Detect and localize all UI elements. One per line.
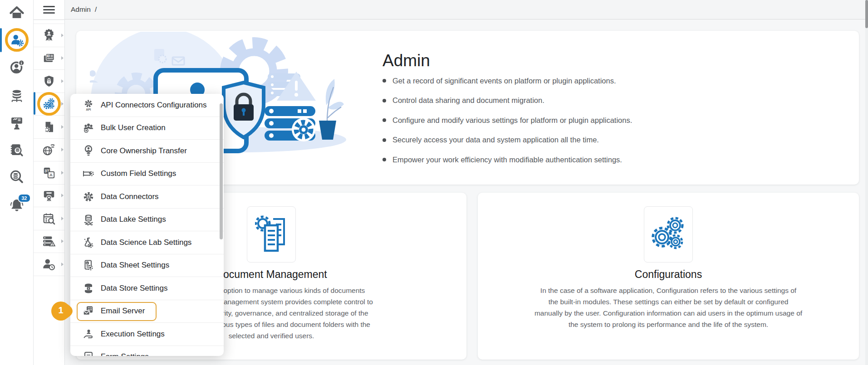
data-science-flask-icon: [83, 237, 94, 248]
sidebar-item-user-session[interactable]: [34, 253, 64, 276]
menu-item-label: Data Science Lab Settings: [101, 238, 191, 247]
data-connector-gear-icon: [83, 191, 94, 203]
menu-item-custom-field-settings[interactable]: Custom Field Settings: [70, 163, 224, 186]
bullet-dot-icon: [383, 138, 386, 142]
submenu-corner-mark: [61, 56, 64, 60]
menu-item-label: Data Store Settings: [101, 284, 167, 293]
admin-feature-list: Get a record of significant events on pl…: [383, 76, 632, 175]
sidebar-item-certificate[interactable]: [34, 185, 64, 208]
home-icon: [9, 5, 25, 20]
primary-sidebar: 32: [0, 0, 33, 365]
sidebar-item-audit-log[interactable]: [0, 137, 33, 163]
menu-item-execution-settings[interactable]: Execution Settings: [70, 323, 224, 346]
menu-item-label: Data Connectors: [101, 192, 159, 201]
submenu-corner-mark: [61, 239, 64, 243]
admin-gears-icon: [43, 97, 55, 110]
data-search-icon: [9, 169, 25, 185]
page-scrollbar[interactable]: [865, 0, 868, 365]
menu-scrollbar-thumb[interactable]: [220, 103, 223, 239]
list-item: Control data sharing and document migrat…: [383, 96, 632, 106]
active-indicator: [34, 92, 35, 115]
language-translation-icon: 3TA: [42, 166, 56, 180]
topbar: Admin /: [65, 0, 868, 19]
audit-document-search-icon: [9, 142, 25, 158]
svg-text:API: API: [86, 107, 91, 111]
file-settings-icon: [42, 120, 56, 134]
sidebar-item-translation[interactable]: 3TA: [34, 161, 64, 185]
submenu-corner-mark: [61, 79, 64, 83]
card-title: Configurations: [478, 268, 859, 281]
submenu-corner-mark: [61, 217, 64, 220]
sidebar-item-admin-settings[interactable]: [34, 93, 64, 116]
sidebar-item-billing[interactable]: $: [34, 47, 64, 70]
data-sheet-icon: [83, 259, 94, 271]
sidebar-item-database-network[interactable]: [0, 83, 33, 109]
page-scrollbar-thumb[interactable]: [865, 0, 868, 28]
breadcrumb[interactable]: Admin: [71, 5, 91, 14]
sidebar-item-data-search[interactable]: [0, 164, 33, 190]
sidebar-item-security[interactable]: [34, 70, 64, 93]
data-store-lock-icon: [83, 282, 94, 294]
billing-invoice-icon: $: [42, 51, 56, 65]
submenu-corner-mark: [61, 34, 64, 37]
sidebar-item-notifications[interactable]: 32: [0, 192, 33, 218]
menu-item-label: Bulk User Creation: [101, 123, 166, 132]
user-info-icon: [9, 59, 25, 75]
sidebar-item-system-alert[interactable]: [34, 230, 64, 253]
submenu-corner-mark: [61, 263, 64, 266]
card-description: In the case of a software application, C…: [478, 285, 859, 330]
sidebar-item-user-admin[interactable]: [0, 27, 33, 53]
sidebar-item-certification[interactable]: [34, 24, 64, 47]
sidebar-item-file-settings[interactable]: [34, 116, 64, 139]
list-item: Configure and modify various settings fo…: [383, 115, 632, 125]
submenu-corner-mark: [61, 171, 64, 175]
execution-hand-icon: [83, 328, 94, 340]
sidebar-item-training[interactable]: [0, 111, 33, 136]
menu-item-email-server[interactable]: Email Server: [70, 300, 224, 323]
list-item: Securely access your data and system app…: [383, 135, 632, 145]
configurations-card[interactable]: Configurations In the case of a software…: [478, 193, 859, 360]
menu-item-label: Data Sheet Settings: [101, 261, 169, 270]
notification-count-badge: 32: [18, 194, 30, 203]
menu-item-label: Data Lake Settings: [101, 215, 166, 224]
security-shield-icon: [42, 74, 56, 88]
bullet-dot-icon: [383, 99, 386, 102]
database-network-icon: [9, 88, 25, 104]
svg-text:$: $: [48, 55, 49, 58]
step-1-pointer-badge: 1: [51, 301, 78, 321]
breadcrumb-separator: /: [95, 5, 97, 14]
menu-item-label: Execution Settings: [101, 330, 165, 339]
bulk-users-icon: [83, 122, 94, 134]
user-session-clock-icon: [42, 257, 56, 272]
bullet-dot-icon: [383, 79, 386, 83]
certificate-icon: [42, 189, 56, 202]
user-admin-settings-icon: [10, 33, 24, 47]
menu-item-label: Custom Field Settings: [101, 169, 176, 178]
menu-item-data-sheet-settings[interactable]: Data Sheet Settings: [70, 254, 224, 277]
email-server-highlight-ring: [77, 302, 157, 321]
menu-item-data-science-lab-settings[interactable]: Data Science Lab Settings: [70, 231, 224, 254]
menu-item-core-ownership-transfer[interactable]: Core Ownership Transfer: [70, 140, 224, 163]
document-management-icon: [247, 206, 296, 263]
menu-item-data-store-settings[interactable]: Data Store Settings: [70, 277, 224, 300]
menu-item-data-connectors[interactable]: Data Connectors: [70, 185, 224, 209]
hamburger-menu-button[interactable]: [34, 0, 64, 20]
sidebar-item-data-migration[interactable]: [34, 139, 64, 162]
active-indicator: [0, 28, 2, 52]
sidebar-item-schedule-search[interactable]: [34, 207, 64, 230]
bullet-dot-icon: [383, 158, 386, 161]
active-highlight-ring: [5, 28, 29, 52]
menu-item-api-connectors[interactable]: API API Connectors Configurations: [70, 94, 224, 117]
form-settings-icon: [83, 351, 94, 356]
system-alert-icon: [42, 234, 56, 248]
menu-item-form-settings[interactable]: Form Settings: [70, 346, 224, 356]
menu-item-data-lake-settings[interactable]: Data Lake Settings: [70, 209, 224, 232]
notification-bell-icon: 32: [9, 197, 25, 213]
configurations-gears-icon: [644, 206, 693, 263]
data-lake-icon: [83, 214, 94, 225]
ownership-bulb-icon: [83, 145, 94, 157]
sidebar-item-home[interactable]: [0, 0, 33, 25]
menu-item-bulk-user-creation[interactable]: Bulk User Creation: [70, 117, 224, 140]
menu-item-label: Form Settings: [101, 352, 149, 356]
sidebar-item-user-info[interactable]: [0, 54, 33, 80]
